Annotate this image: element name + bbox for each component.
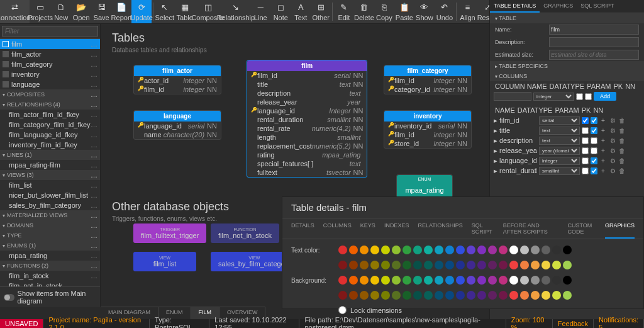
- nn-checkbox[interactable]: [591, 117, 597, 124]
- tree-section[interactable]: TYPE…: [0, 230, 100, 240]
- color-swatch[interactable]: [392, 276, 401, 285]
- text-button[interactable]: AText: [291, 0, 311, 23]
- column-row[interactable]: ▸language_idinteger+⚙🗑: [490, 156, 644, 166]
- table-column[interactable]: 🔑category_idintegerNN: [384, 85, 471, 94]
- color-swatch[interactable]: [381, 291, 390, 300]
- table-column[interactable]: release_yearyear: [247, 98, 367, 106]
- color-swatch[interactable]: [499, 261, 508, 269]
- color-swatch[interactable]: [467, 246, 475, 254]
- table-column[interactable]: rental_durationsmallintNN: [247, 115, 367, 124]
- tree-section[interactable]: MATERIALIZED VIEWS…: [0, 210, 100, 220]
- nn-checkbox[interactable]: [591, 157, 597, 164]
- color-swatch[interactable]: [424, 291, 433, 300]
- color-swatch[interactable]: [445, 246, 454, 254]
- color-swatch[interactable]: [467, 276, 475, 285]
- color-swatch[interactable]: [563, 261, 572, 269]
- color-swatch[interactable]: [435, 291, 443, 300]
- color-swatch[interactable]: [402, 291, 411, 300]
- detail-tab[interactable]: INDEXES: [384, 218, 409, 239]
- dbobject[interactable]: VIEWfilm_list: [133, 252, 196, 271]
- tree-section[interactable]: DOMAINS…: [0, 220, 100, 230]
- table-column[interactable]: titletextNN: [247, 80, 367, 89]
- table-header[interactable]: language: [134, 111, 221, 122]
- color-swatch[interactable]: [541, 246, 550, 254]
- relationship-button[interactable]: ↘Relationship: [221, 0, 251, 23]
- table-column[interactable]: replacement_costnumeric(5,2)NN: [247, 142, 367, 150]
- table-film[interactable]: film🔑film_idserialNNtitletextNNdescripti…: [247, 60, 367, 178]
- delete-icon[interactable]: 🗑: [618, 167, 626, 174]
- table-column[interactable]: lengthsmallint: [247, 133, 367, 142]
- show-button[interactable]: 👁Show: [414, 0, 435, 23]
- tree-item[interactable]: film_category…: [0, 59, 100, 69]
- new-column-type[interactable]: integer: [533, 93, 574, 101]
- select-button[interactable]: ↖Select: [155, 0, 175, 23]
- tree-item[interactable]: inventory_film_id_fkey…: [0, 140, 100, 150]
- tree-item[interactable]: mpaa_rating-film…: [0, 160, 100, 170]
- color-swatch[interactable]: [520, 291, 529, 300]
- pk-checkbox[interactable]: [582, 117, 589, 124]
- column-row[interactable]: ▸film_idserial+⚙🗑: [490, 115, 644, 125]
- color-swatch[interactable]: [456, 246, 465, 254]
- color-swatch[interactable]: [392, 291, 401, 300]
- section-columns[interactable]: COLUMNS: [490, 71, 644, 81]
- settings-icon[interactable]: ⚙: [609, 147, 616, 154]
- color-swatch[interactable]: [509, 291, 518, 300]
- table-column[interactable]: namecharacter(20)NN: [134, 130, 221, 139]
- other-button[interactable]: ⊞Other: [311, 0, 331, 23]
- color-swatch[interactable]: [338, 291, 347, 300]
- table-column[interactable]: descriptiontext: [247, 89, 367, 98]
- color-swatch[interactable]: [541, 261, 550, 269]
- table-column[interactable]: 🔑store_idintegerNN: [384, 139, 471, 148]
- color-swatch[interactable]: [520, 261, 529, 269]
- color-swatch[interactable]: [488, 291, 497, 300]
- add-icon[interactable]: +: [599, 157, 607, 164]
- color-swatch[interactable]: [402, 276, 411, 285]
- color-swatch[interactable]: [445, 291, 454, 300]
- detail-tab[interactable]: COLUMNS: [323, 218, 352, 239]
- color-swatch[interactable]: [402, 246, 411, 254]
- detail-tab[interactable]: GRAPHICS: [605, 218, 635, 239]
- table-film_actor[interactable]: film_actor🔑actor_idintegerNN🔑film_idinte…: [133, 65, 221, 94]
- filter-input[interactable]: [2, 26, 98, 37]
- show-items-toggle[interactable]: Show items from Main diagram: [0, 286, 100, 307]
- color-swatch[interactable]: [445, 261, 454, 269]
- new-column-nn[interactable]: [585, 93, 592, 100]
- color-swatch[interactable]: [541, 276, 550, 285]
- tree-item[interactable]: film_in_stock…: [0, 271, 100, 281]
- color-swatch[interactable]: [541, 291, 550, 300]
- table-column[interactable]: 🔑language_idserialNN: [134, 122, 221, 130]
- color-swatch[interactable]: [499, 246, 508, 254]
- color-swatch[interactable]: [520, 276, 529, 285]
- table-column[interactable]: 🔑film_idintegerNN: [384, 76, 471, 85]
- delete-icon[interactable]: 🗑: [618, 147, 626, 154]
- tree-item[interactable]: film_actor…: [0, 49, 100, 59]
- table-header[interactable]: inventory: [384, 111, 471, 122]
- color-swatch[interactable]: [488, 246, 497, 254]
- copy-button[interactable]: ⎘Copy: [374, 0, 394, 23]
- save-button[interactable]: 🖫Save: [91, 0, 111, 23]
- panel-tab[interactable]: TABLE DETAILS: [490, 0, 540, 13]
- delete-icon[interactable]: 🗑: [618, 137, 626, 144]
- column-row[interactable]: ▸rental_durationsmallint+⚙🗑: [490, 166, 644, 176]
- table-column[interactable]: ratingmpaa_rating: [247, 150, 367, 159]
- add-icon[interactable]: +: [599, 167, 607, 174]
- color-swatch[interactable]: [445, 276, 454, 285]
- color-swatch[interactable]: [435, 261, 443, 269]
- update-button[interactable]: ⟳Update: [131, 0, 152, 23]
- color-swatch[interactable]: [360, 261, 369, 269]
- color-swatch[interactable]: [360, 246, 369, 254]
- color-swatch[interactable]: [370, 276, 379, 285]
- color-swatch[interactable]: [360, 291, 369, 300]
- add-column-button[interactable]: Add: [594, 92, 616, 101]
- detail-tab[interactable]: RELATIONSHIPS: [418, 218, 462, 239]
- color-swatch[interactable]: [552, 276, 561, 285]
- align-button[interactable]: ≡Align: [457, 0, 477, 23]
- settings-icon[interactable]: ⚙: [609, 127, 616, 134]
- color-swatch[interactable]: [488, 276, 497, 285]
- color-swatch[interactable]: [424, 261, 433, 269]
- table-column[interactable]: special_features[ ]text: [247, 159, 367, 168]
- color-swatch[interactable]: [467, 261, 475, 269]
- color-swatch[interactable]: [467, 291, 475, 300]
- table-language[interactable]: language🔑language_idserialNNnamecharacte…: [133, 110, 221, 140]
- enum-box[interactable]: ENUMmpaa_rating: [396, 174, 453, 198]
